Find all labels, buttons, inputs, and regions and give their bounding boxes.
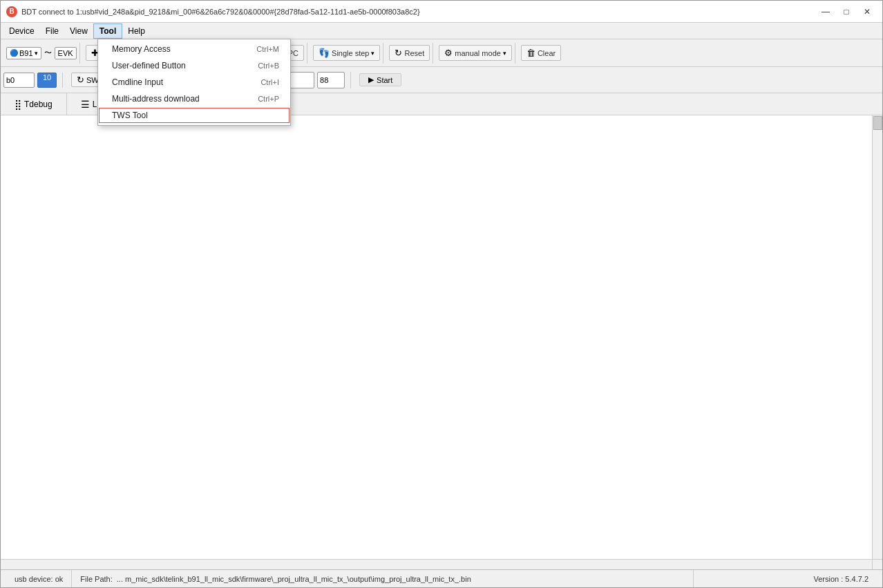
wave-icon: 〜 (43, 48, 53, 58)
dropdown-menu-container: Memory Access Ctrl+M User-defined Button… (97, 39, 291, 126)
minimize-button[interactable]: — (816, 5, 835, 19)
app-icon: B (6, 6, 17, 17)
menu-item-help[interactable]: Help (122, 23, 151, 39)
scrollbar-thumb-y[interactable] (873, 116, 882, 130)
num-input[interactable]: 10 (37, 73, 57, 88)
main-window: B BDT connect to 1:usb#vid_248a&pid_9218… (0, 0, 883, 588)
window-title: BDT connect to 1:usb#vid_248a&pid_9218&m… (21, 8, 420, 16)
vertical-scrollbar[interactable] (872, 115, 882, 559)
scroll-corner (872, 559, 882, 569)
menu-cmdline-input[interactable]: Cmdline Input Ctrl+I (98, 74, 290, 91)
window-controls: — □ ✕ (816, 5, 877, 19)
address-input[interactable] (3, 73, 35, 88)
title-bar: B BDT connect to 1:usb#vid_248a&pid_9218… (1, 1, 882, 23)
reset-button[interactable]: ↻ Reset (389, 45, 430, 61)
start-icon: ▶ (368, 75, 374, 84)
menu-tws-tool[interactable]: TWS Tool (98, 107, 290, 124)
horizontal-scrollbar[interactable] (1, 559, 872, 569)
menu-multi-address-download[interactable]: Multi-address download Ctrl+P (98, 91, 290, 107)
log-icon: ☰ (81, 99, 90, 110)
menu-bar: Device File View Tool Help (1, 23, 882, 39)
mode-section: ⚙ manual mode ▾ (436, 43, 515, 64)
status-device: usb device: ok (6, 570, 72, 587)
mode-icon: ⚙ (444, 48, 453, 58)
footstep-icon: 👣 (319, 48, 330, 58)
single-step-button[interactable]: 👣 Single step ▾ (313, 45, 380, 61)
status-version: Version : 5.4.7.2 (806, 570, 877, 587)
panel-item-tdebug[interactable]: ⣿ Tdebug (1, 93, 67, 115)
status-filepath: File Path: ... m_mic_sdk\telink_b91_ll_m… (72, 570, 694, 587)
menu-item-tool[interactable]: Tool (93, 23, 122, 39)
title-bar-left: B BDT connect to 1:usb#vid_248a&pid_9218… (6, 6, 420, 17)
device-selector[interactable]: 🔵 B91 ▾ (6, 47, 41, 59)
menu-item-file[interactable]: File (40, 23, 64, 39)
reset-section: ↻ Reset (386, 43, 433, 64)
close-button[interactable]: ✕ (857, 5, 877, 19)
menu-item-device[interactable]: Device (3, 23, 40, 39)
clear-section: 🗑 Clear (518, 43, 564, 64)
clear-button[interactable]: 🗑 Clear (521, 45, 561, 61)
maximize-button[interactable]: □ (837, 5, 856, 19)
device-section: 🔵 B91 ▾ 〜 EVK (3, 43, 80, 64)
manual-mode-button[interactable]: ⚙ manual mode ▾ (439, 45, 512, 61)
evk-selector[interactable]: EVK (55, 47, 77, 59)
menu-memory-access[interactable]: Memory Access Ctrl+M (98, 41, 290, 57)
status-bar: usb device: ok File Path: ... m_mic_sdk\… (1, 569, 882, 587)
single-step-section: 👣 Single step ▾ (310, 43, 383, 64)
addr-input4[interactable] (317, 72, 345, 88)
reset-icon: ↻ (395, 48, 402, 58)
tdebug-icon: ⣿ (15, 99, 21, 110)
start-button[interactable]: ▶ Start (359, 73, 401, 86)
menu-user-defined-button[interactable]: User-defined Button Ctrl+B (98, 57, 290, 74)
main-content (1, 115, 882, 569)
refresh-icon: ↻ (77, 75, 84, 85)
menu-item-view[interactable]: View (64, 23, 93, 39)
tool-dropdown-menu: Memory Access Ctrl+M User-defined Button… (97, 39, 291, 126)
clear-icon: 🗑 (526, 48, 535, 58)
